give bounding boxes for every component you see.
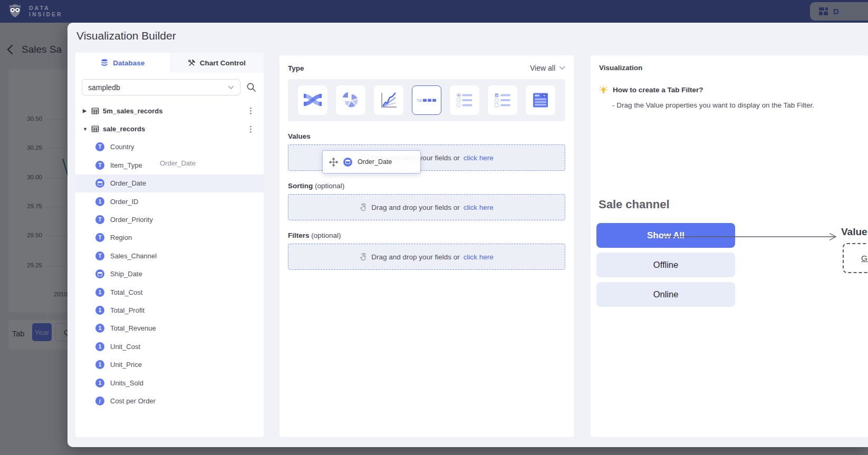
field-tree: ▶ 5m_sales_records ⋮ ▼ (75, 100, 264, 410)
chevron-down-icon (228, 85, 234, 90)
chart-type-line[interactable] (374, 85, 403, 115)
left-panel-tabs: Database Chart Control (75, 53, 264, 73)
dashboard-button-label: D (833, 7, 839, 16)
field-item[interactable]: T Country (75, 138, 264, 156)
chart-type-tab-filter[interactable]: Tab (412, 85, 441, 115)
calendar-icon (95, 179, 104, 188)
field-item[interactable]: 1 Total_Revenue (75, 320, 264, 337)
table-icon (91, 107, 99, 115)
tab-filter-label: Tab (12, 330, 24, 338)
annotation-group-label: Group (861, 254, 868, 263)
preview-button-offline[interactable]: Offline (596, 253, 735, 277)
field-name: Sales_Channel (110, 252, 157, 260)
filters-section-label: Filters (optional) (279, 220, 574, 239)
calendar-icon (95, 269, 104, 278)
number-type-icon: 1 (95, 379, 104, 388)
annotation-group-box: Group (843, 243, 868, 273)
sorting-section-label: Sorting (optional) (279, 171, 574, 190)
number-type-icon: 1 (95, 342, 104, 351)
table-name: 5m_sales_records (103, 107, 162, 115)
field-item[interactable]: 1 Total_Cost (75, 283, 264, 301)
chart-type-dropdown[interactable] (526, 85, 555, 115)
field-item[interactable]: Order_Date (75, 175, 264, 192)
tools-icon (188, 59, 196, 67)
filters-dropzone[interactable]: Drag and drop your fields or click here (288, 244, 565, 270)
click-here-link[interactable]: click here (464, 204, 494, 211)
owl-logo-icon (6, 2, 24, 20)
y-axis-tick: 29.75 (20, 203, 42, 209)
annotation-arrow (662, 232, 841, 241)
field-item[interactable]: T Sales_Channel (75, 247, 264, 265)
click-here-link[interactable]: click here (464, 154, 494, 162)
field-name: Total_Cost (110, 288, 142, 296)
click-here-link[interactable]: click here (464, 253, 494, 261)
tab-database[interactable]: Database (75, 53, 170, 73)
preview-button-online[interactable]: Online (596, 282, 735, 307)
field-name: Ship_Date (110, 270, 142, 278)
number-type-icon: 1 (95, 197, 104, 206)
field-item[interactable]: 1 Total_Profit (75, 301, 264, 319)
field-name: Total_Profit (110, 306, 144, 314)
y-axis-tick: 30.00 (20, 174, 42, 180)
table-item-5m-sales-records[interactable]: ▶ 5m_sales_records ⋮ (75, 102, 264, 120)
chart-type-radio-list[interactable] (450, 85, 479, 115)
field-item[interactable]: 1 Order_ID (75, 192, 264, 210)
field-item[interactable]: T Region (75, 229, 264, 247)
field-item[interactable]: T Order_Priority (75, 210, 264, 228)
field-item[interactable]: ƒ Cost per Order (75, 392, 264, 410)
chart-type-strip: Tab (288, 79, 565, 121)
field-name: Order_ID (110, 198, 138, 206)
drag-ghost-label: Order_Date (160, 159, 196, 167)
tab-chart-control-label: Chart Control (200, 59, 246, 67)
table-item-sale-records[interactable]: ▼ sale_records ⋮ (75, 120, 264, 138)
page-header: Sales Sa (6, 44, 62, 55)
text-type-icon: T (95, 233, 104, 242)
dashboard-button[interactable]: D (810, 2, 868, 21)
chevron-down-icon (559, 66, 565, 70)
more-options-icon[interactable]: ⋮ (245, 124, 256, 134)
tip-body: - Drag the Value properties you want to … (612, 101, 868, 109)
field-item[interactable]: 1 Units_Sold (75, 374, 264, 392)
text-type-icon: T (95, 251, 104, 260)
visualization-builder-modal: Visualization Builder Order_Date Databas… (67, 23, 868, 447)
annotation-value-label: Value (841, 226, 867, 238)
datasource-select[interactable]: sampledb (82, 79, 240, 95)
formula-type-icon: ƒ (95, 396, 104, 405)
text-type-icon: T (95, 215, 104, 224)
view-all-button[interactable]: View all (530, 64, 565, 72)
caret-down-icon[interactable]: ▼ (83, 127, 91, 132)
preview-title: Sale channel (599, 198, 670, 211)
svg-text:Tab: Tab (417, 99, 422, 102)
number-type-icon: 1 (95, 306, 104, 315)
y-axis-tick: 29.50 (20, 232, 42, 238)
field-item[interactable]: 1 Unit_Cost (75, 337, 264, 355)
text-type-icon: T (95, 142, 104, 151)
database-icon (100, 59, 109, 67)
dropzone-text: Drag and drop your fields or (371, 204, 459, 211)
field-name: Region (110, 234, 132, 241)
more-options-icon[interactable]: ⋮ (245, 106, 256, 115)
type-section-label: Type (288, 64, 304, 72)
chart-type-checkbox-list[interactable] (488, 85, 517, 115)
visualization-panel: Visualization How to create a Tab Filter… (591, 55, 868, 437)
chart-type-sankey[interactable] (298, 85, 327, 115)
chart-type-pie[interactable] (336, 85, 365, 115)
values-dropzone[interactable]: Drag and drop your fields or click here … (288, 144, 565, 171)
modal-title: Visualization Builder (76, 30, 176, 42)
move-cross-icon (329, 158, 338, 167)
search-icon[interactable] (246, 82, 256, 92)
sorting-dropzone[interactable]: Drag and drop your fields or click here (288, 194, 565, 220)
year-tab-button[interactable]: Year (32, 323, 52, 341)
number-type-icon: 1 (95, 288, 104, 297)
field-item[interactable]: Ship_Date (75, 265, 264, 283)
field-name: Item_Type (110, 161, 142, 169)
field-name: Total_Revenue (110, 324, 156, 332)
caret-right-icon[interactable]: ▶ (83, 108, 91, 113)
field-item[interactable]: 1 Unit_Price (75, 355, 264, 373)
back-chevron-icon[interactable] (6, 44, 13, 55)
field-name: Country (110, 143, 134, 151)
dragging-field-chip[interactable]: Order_Date (322, 150, 421, 173)
page-title: Sales Sa (22, 44, 62, 55)
tab-chart-control[interactable]: Chart Control (170, 53, 264, 73)
database-panel: Database Chart Control sampledb (75, 53, 264, 437)
